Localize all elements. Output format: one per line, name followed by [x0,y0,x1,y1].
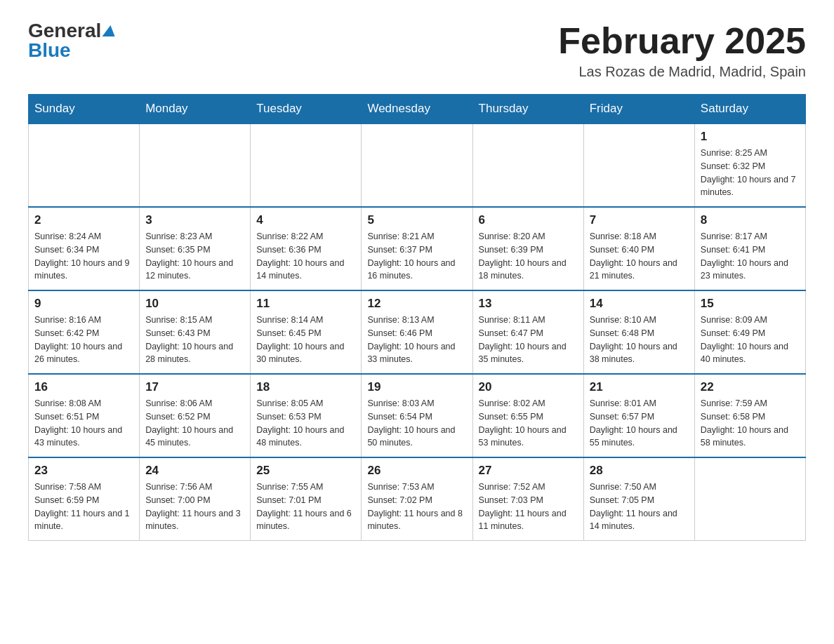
title-area: February 2025 Las Rozas de Madrid, Madri… [558,21,806,80]
calendar-cell [140,123,251,207]
calendar-cell: 11Sunrise: 8:14 AMSunset: 6:45 PMDayligh… [251,290,362,374]
calendar-table: SundayMondayTuesdayWednesdayThursdayFrid… [28,94,806,541]
day-info: Sunrise: 8:06 AMSunset: 6:52 PMDaylight:… [145,397,244,450]
day-info: Sunrise: 8:24 AMSunset: 6:34 PMDaylight:… [34,230,133,283]
day-number: 4 [256,213,355,227]
calendar-cell: 9Sunrise: 8:16 AMSunset: 6:42 PMDaylight… [29,290,140,374]
calendar-week-row: 9Sunrise: 8:16 AMSunset: 6:42 PMDaylight… [29,290,806,374]
location-text: Las Rozas de Madrid, Madrid, Spain [558,64,806,80]
day-info: Sunrise: 8:22 AMSunset: 6:36 PMDaylight:… [256,230,355,283]
calendar-cell: 19Sunrise: 8:03 AMSunset: 6:54 PMDayligh… [362,374,472,457]
day-info: Sunrise: 7:53 AMSunset: 7:02 PMDaylight:… [367,481,466,533]
day-number: 25 [256,464,355,478]
day-number: 2 [34,213,133,227]
day-info: Sunrise: 8:01 AMSunset: 6:57 PMDaylight:… [590,397,689,450]
calendar-header-saturday: Saturday [694,95,805,124]
day-info: Sunrise: 8:11 AMSunset: 6:47 PMDaylight:… [479,314,578,366]
day-info: Sunrise: 8:08 AMSunset: 6:51 PMDaylight:… [34,397,133,450]
day-info: Sunrise: 7:50 AMSunset: 7:05 PMDaylight:… [590,481,689,533]
day-number: 9 [34,297,133,311]
calendar-header-friday: Friday [583,95,694,124]
calendar-week-row: 16Sunrise: 8:08 AMSunset: 6:51 PMDayligh… [29,374,806,457]
calendar-cell [694,457,805,541]
day-number: 8 [701,213,800,227]
calendar-cell: 27Sunrise: 7:52 AMSunset: 7:03 PMDayligh… [472,457,583,541]
calendar-week-row: 2Sunrise: 8:24 AMSunset: 6:34 PMDaylight… [29,207,806,290]
day-number: 13 [479,297,578,311]
day-info: Sunrise: 8:23 AMSunset: 6:35 PMDaylight:… [145,230,244,283]
calendar-cell: 10Sunrise: 8:15 AMSunset: 6:43 PMDayligh… [140,290,251,374]
calendar-cell: 15Sunrise: 8:09 AMSunset: 6:49 PMDayligh… [694,290,805,374]
calendar-cell: 23Sunrise: 7:58 AMSunset: 6:59 PMDayligh… [29,457,140,541]
calendar-cell [472,123,583,207]
calendar-week-row: 1Sunrise: 8:25 AMSunset: 6:32 PMDaylight… [29,123,806,207]
day-number: 24 [145,464,244,478]
calendar-cell: 21Sunrise: 8:01 AMSunset: 6:57 PMDayligh… [583,374,694,457]
calendar-cell: 22Sunrise: 7:59 AMSunset: 6:58 PMDayligh… [694,374,805,457]
calendar-week-row: 23Sunrise: 7:58 AMSunset: 6:59 PMDayligh… [29,457,806,541]
calendar-cell: 16Sunrise: 8:08 AMSunset: 6:51 PMDayligh… [29,374,140,457]
calendar-header-thursday: Thursday [472,95,583,124]
calendar-header-sunday: Sunday [29,95,140,124]
day-number: 16 [34,380,133,394]
page-header: General Blue February 2025 Las Rozas de … [28,21,806,80]
logo-general-text: General [28,21,101,41]
day-number: 1 [701,130,800,144]
calendar-cell: 3Sunrise: 8:23 AMSunset: 6:35 PMDaylight… [140,207,251,290]
day-number: 18 [256,380,355,394]
day-info: Sunrise: 7:59 AMSunset: 6:58 PMDaylight:… [701,397,800,450]
day-info: Sunrise: 8:25 AMSunset: 6:32 PMDaylight:… [701,147,800,199]
calendar-cell [583,123,694,207]
day-info: Sunrise: 8:05 AMSunset: 6:53 PMDaylight:… [256,397,355,450]
calendar-cell: 1Sunrise: 8:25 AMSunset: 6:32 PMDaylight… [694,123,805,207]
calendar-cell: 28Sunrise: 7:50 AMSunset: 7:05 PMDayligh… [583,457,694,541]
calendar-cell: 24Sunrise: 7:56 AMSunset: 7:00 PMDayligh… [140,457,251,541]
logo-blue-text: Blue [28,41,71,60]
day-number: 23 [34,464,133,478]
logo: General Blue [28,21,116,60]
calendar-cell: 12Sunrise: 8:13 AMSunset: 6:46 PMDayligh… [362,290,472,374]
day-number: 17 [145,380,244,394]
calendar-cell [362,123,472,207]
day-number: 21 [590,380,689,394]
day-info: Sunrise: 7:55 AMSunset: 7:01 PMDaylight:… [256,481,355,533]
calendar-cell: 18Sunrise: 8:05 AMSunset: 6:53 PMDayligh… [251,374,362,457]
day-number: 5 [367,213,466,227]
day-number: 15 [701,297,800,311]
day-number: 10 [145,297,244,311]
calendar-cell: 14Sunrise: 8:10 AMSunset: 6:48 PMDayligh… [583,290,694,374]
day-info: Sunrise: 8:14 AMSunset: 6:45 PMDaylight:… [256,314,355,366]
calendar-cell: 6Sunrise: 8:20 AMSunset: 6:39 PMDaylight… [472,207,583,290]
day-number: 6 [479,213,578,227]
calendar-cell [29,123,140,207]
day-number: 28 [590,464,689,478]
day-info: Sunrise: 8:13 AMSunset: 6:46 PMDaylight:… [367,314,466,366]
day-info: Sunrise: 8:18 AMSunset: 6:40 PMDaylight:… [590,230,689,283]
day-number: 27 [479,464,578,478]
day-info: Sunrise: 8:15 AMSunset: 6:43 PMDaylight:… [145,314,244,366]
day-number: 19 [367,380,466,394]
day-number: 20 [479,380,578,394]
calendar-header-row: SundayMondayTuesdayWednesdayThursdayFrid… [29,95,806,124]
day-info: Sunrise: 8:21 AMSunset: 6:37 PMDaylight:… [367,230,466,283]
day-info: Sunrise: 7:58 AMSunset: 6:59 PMDaylight:… [34,481,133,533]
day-info: Sunrise: 8:09 AMSunset: 6:49 PMDaylight:… [701,314,800,366]
logo-triangle-icon [102,25,117,36]
calendar-cell: 17Sunrise: 8:06 AMSunset: 6:52 PMDayligh… [140,374,251,457]
day-info: Sunrise: 8:17 AMSunset: 6:41 PMDaylight:… [701,230,800,283]
day-number: 12 [367,297,466,311]
calendar-header-tuesday: Tuesday [251,95,362,124]
calendar-cell: 8Sunrise: 8:17 AMSunset: 6:41 PMDaylight… [694,207,805,290]
day-info: Sunrise: 8:20 AMSunset: 6:39 PMDaylight:… [479,230,578,283]
day-info: Sunrise: 8:16 AMSunset: 6:42 PMDaylight:… [34,314,133,366]
month-title: February 2025 [558,21,806,61]
day-number: 11 [256,297,355,311]
calendar-cell [251,123,362,207]
calendar-cell: 4Sunrise: 8:22 AMSunset: 6:36 PMDaylight… [251,207,362,290]
calendar-header-wednesday: Wednesday [362,95,472,124]
day-number: 26 [367,464,466,478]
calendar-cell: 13Sunrise: 8:11 AMSunset: 6:47 PMDayligh… [472,290,583,374]
calendar-cell: 20Sunrise: 8:02 AMSunset: 6:55 PMDayligh… [472,374,583,457]
day-info: Sunrise: 8:03 AMSunset: 6:54 PMDaylight:… [367,397,466,450]
calendar-cell: 26Sunrise: 7:53 AMSunset: 7:02 PMDayligh… [362,457,472,541]
